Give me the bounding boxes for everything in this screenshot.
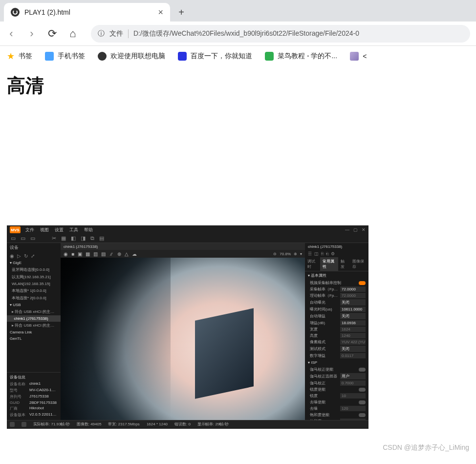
new-tab-button[interactable]: + (173, 4, 190, 21)
maximize-icon[interactable]: ▢ (353, 227, 358, 232)
tab-imgsave[interactable]: 图像保存 (350, 257, 368, 271)
property-value[interactable]: 关闭 (340, 313, 366, 319)
tab-debug[interactable]: 调试时 (305, 257, 320, 271)
toolbar-icon[interactable]: ◨ (81, 235, 86, 242)
grid-icon[interactable]: ▥ (93, 251, 98, 257)
menu-view[interactable]: 视图 (40, 227, 49, 233)
address-bar[interactable]: ⓘ 文件 D:/微信缓存/WeChat%20Files/wxid_b90l9jr… (91, 25, 470, 43)
property-value[interactable]: 128 (340, 419, 366, 420)
viewer-tab[interactable]: chink1 (J76175338) (61, 243, 305, 250)
camera-icon[interactable]: ▣ (78, 251, 82, 257)
expand-icon[interactable]: ⤢ (31, 253, 35, 259)
tree-item[interactable]: 本地连接* 1[0.0.0.0] (7, 287, 61, 294)
save-icon[interactable]: ⎘ (321, 251, 324, 256)
toggle-switch[interactable] (359, 400, 366, 404)
close-icon[interactable]: ✕ (362, 227, 366, 232)
zoom-level: 70.8% (280, 252, 291, 256)
property-value[interactable]: 关闭 (340, 299, 366, 306)
property-label: 高度 (310, 333, 338, 338)
toggle-switch[interactable] (359, 388, 366, 392)
property-value[interactable]: 18.0936 (340, 320, 366, 326)
property-value[interactable]: 用户 (340, 373, 366, 379)
bookmark-item[interactable]: 菜鸟教程 - 学的不... (265, 52, 337, 61)
prop-group-isp[interactable]: ▾ ISP (305, 359, 368, 366)
property-value[interactable]: 120 (340, 406, 366, 411)
prop-group-basic[interactable]: ▾ 基本属性 (305, 271, 368, 280)
stop-icon[interactable]: ■ (71, 251, 74, 257)
toolbar-icon[interactable]: ⧉ (90, 235, 94, 242)
toolbar-icon[interactable]: ✂ (52, 235, 56, 242)
refresh-icon[interactable]: ↻ (24, 253, 28, 259)
property-value[interactable]: 72.0000 (340, 293, 366, 298)
tab-trigger[interactable]: 触发 (338, 257, 350, 271)
bookmark-item[interactable]: 欢迎使用联想电脑 (98, 52, 165, 61)
bookmark-item[interactable]: 手机书签 (45, 52, 85, 61)
gear-icon[interactable]: ⚙ (331, 251, 335, 256)
menu-tools[interactable]: 工具 (69, 227, 78, 233)
toolbar-icon[interactable]: ▭ (21, 235, 25, 242)
bookmark-item[interactable]: ★书签 (7, 51, 32, 62)
status-bar: 实际帧率: 71.93帧/秒 图像数: 49405 带宽: 2317.5Mbps… (7, 420, 368, 428)
browser-tab[interactable]: PLAY1 (2).html × (4, 3, 170, 22)
toggle-switch[interactable] (359, 281, 366, 285)
grid-icon[interactable]: ▦ (86, 251, 90, 257)
property-value[interactable]: 关闭 (340, 346, 366, 352)
grid-icon[interactable]: ▤ (101, 251, 106, 257)
property-label: 像素格式 (310, 339, 338, 345)
tree-item[interactable]: WLAN[192.168.35.15] (7, 281, 61, 287)
property-value[interactable]: 1240 (340, 333, 366, 338)
zoom-out-icon[interactable]: ⊖ (273, 252, 277, 256)
info-icon[interactable]: ⓘ (98, 29, 105, 38)
property-value[interactable]: 1624 (340, 327, 366, 332)
toolbar-icon[interactable]: ◧ (71, 235, 76, 242)
cloud-icon[interactable]: ☁ (132, 251, 137, 257)
record-icon[interactable]: ◉ (64, 251, 68, 257)
tab-common[interactable]: 常用属性 (320, 257, 339, 271)
property-value[interactable]: 10 (340, 393, 366, 398)
tree-group-usb[interactable]: ▾ USB (7, 302, 61, 308)
back-button[interactable]: ‹ (6, 28, 17, 39)
minimize-icon[interactable]: — (345, 227, 349, 232)
tree-item[interactable]: 蓝牙网络连接[0.0.0.0] (7, 266, 61, 273)
menu-file[interactable]: 文件 (25, 227, 34, 233)
reload-button[interactable]: ⟳ (47, 28, 58, 39)
camera-viewport[interactable] (61, 258, 305, 420)
toolbar-icon[interactable]: ▭ (11, 235, 16, 242)
list-icon[interactable]: ☰ (308, 251, 312, 256)
chevron-down-icon[interactable]: ▾ (300, 252, 302, 256)
property-value[interactable]: 72.0000 (340, 287, 366, 292)
load-icon[interactable]: ⎗ (326, 251, 328, 256)
tree-item[interactable]: ▸ 符合 USB xHCI 的主机控制器 (7, 322, 61, 329)
play-icon[interactable]: ▷ (17, 253, 21, 259)
menu-settings[interactable]: 设置 (55, 227, 64, 233)
toolbar-icon[interactable]: ▦ (61, 235, 66, 242)
home-button[interactable]: ⌂ (67, 28, 78, 39)
property-value[interactable]: YUV 422 (YUYV) 1 (340, 339, 366, 345)
tree-item[interactable]: ▸ 符合 USB xHCI 的主机控制器 (7, 308, 61, 315)
tree-item[interactable]: 以太网[192.168.35.21] (7, 273, 61, 281)
property-value[interactable]: 0.0117 (340, 353, 366, 358)
toggle-switch[interactable] (359, 368, 366, 372)
tree-group-gige[interactable]: ▾ GigE (7, 260, 61, 266)
zoom-icon[interactable]: ⊕ (117, 251, 121, 257)
tree-item-selected[interactable]: chink1 (J76175338) (7, 315, 61, 322)
tree-group-gentl[interactable]: GenTL (7, 335, 61, 342)
bookmark-item[interactable]: 百度一下，你就知道 (178, 52, 252, 61)
toolbar-icon[interactable]: ▤ (99, 235, 104, 242)
record-icon[interactable]: ◉ (10, 253, 14, 259)
property-label: 锐度 (310, 393, 338, 398)
histogram-icon[interactable]: ⫽ (109, 251, 114, 257)
menu-help[interactable]: 帮助 (84, 227, 93, 233)
property-value[interactable]: 10611.0000 (340, 307, 366, 312)
feature-icon[interactable]: ◫ (314, 251, 319, 256)
bookmark-item[interactable]: < (350, 52, 367, 61)
tree-item[interactable]: 本地连接* 2[0.0.0.0] (7, 294, 61, 302)
property-value[interactable]: 0.7000 (340, 380, 366, 386)
toolbar-icon[interactable]: ▭ (30, 235, 35, 242)
tree-group-camlink[interactable]: Camera Link (7, 329, 61, 335)
zoom-in-icon[interactable]: ⊕ (294, 252, 297, 256)
toggle-switch[interactable] (359, 413, 366, 417)
forward-button[interactable]: › (26, 28, 37, 39)
warn-icon[interactable]: △ (125, 251, 129, 257)
close-tab-icon[interactable]: × (158, 7, 163, 18)
